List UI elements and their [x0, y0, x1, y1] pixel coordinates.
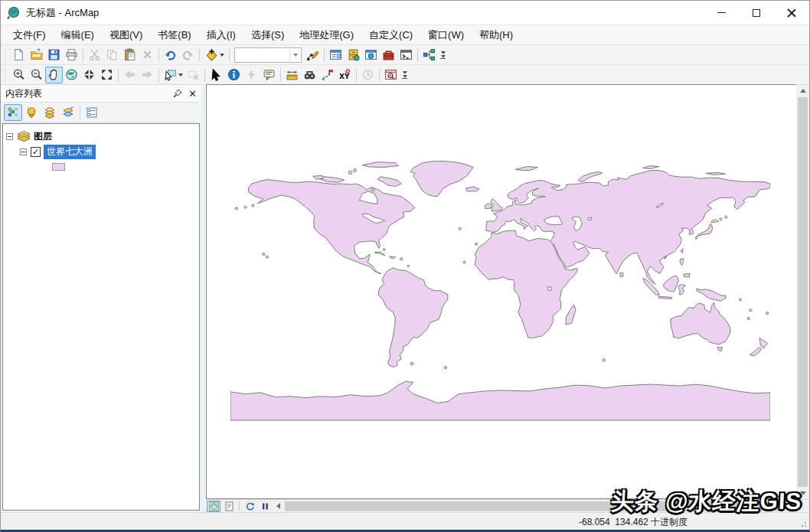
layout-view-button[interactable]: [222, 501, 236, 512]
menu-window[interactable]: 窗口(W): [420, 26, 472, 44]
print-icon[interactable]: [63, 47, 80, 64]
map-scale-combo[interactable]: [234, 47, 302, 63]
close-button[interactable]: [774, 1, 809, 24]
toc-header[interactable]: 内容列表 ✕: [1, 85, 201, 103]
toolbar-separator: [204, 68, 205, 82]
zoom-in-icon[interactable]: [10, 67, 28, 83]
menu-help[interactable]: 帮助(H): [472, 26, 521, 44]
full-extent-icon[interactable]: [63, 67, 80, 83]
paste-icon[interactable]: [121, 47, 139, 64]
map-scale-input[interactable]: [235, 49, 289, 61]
menu-insert[interactable]: 插入(I): [199, 26, 243, 44]
editor-sketch-icon[interactable]: [304, 47, 322, 64]
toolbar-grip[interactable]: [4, 49, 7, 61]
arctoolbox-window-icon[interactable]: [380, 47, 397, 64]
list-by-selection-icon[interactable]: [59, 104, 77, 121]
delete-icon[interactable]: [139, 47, 156, 64]
add-data-button[interactable]: [202, 47, 227, 64]
catalog-window-icon[interactable]: [345, 47, 362, 64]
maximize-button[interactable]: [739, 1, 774, 24]
toolbar-separator: [280, 68, 281, 82]
toolbar-separator: [239, 501, 240, 511]
toc-close-icon[interactable]: ✕: [188, 89, 197, 99]
chevron-down-icon[interactable]: [289, 48, 301, 62]
find-icon[interactable]: [301, 67, 318, 83]
menu-bookmarks[interactable]: 书签(B): [150, 26, 198, 44]
html-popup-icon[interactable]: [260, 67, 278, 83]
toc-tree: 图层 ✓ 世界七大洲: [2, 123, 200, 511]
menu-edit[interactable]: 编辑(E): [54, 26, 102, 44]
minimize-icon: [717, 12, 726, 13]
toolbar-separator: [118, 68, 119, 82]
menu-file[interactable]: 文件(F): [5, 26, 54, 44]
modelbuilder-icon[interactable]: [420, 47, 438, 64]
toolbar-grip[interactable]: [4, 69, 7, 81]
table-of-contents-window-icon[interactable]: [327, 47, 345, 64]
layer-visibility-checkbox[interactable]: ✓: [31, 147, 41, 157]
back-extent-icon[interactable]: [121, 67, 139, 83]
pin-icon[interactable]: [173, 89, 182, 98]
maximize-icon: [753, 9, 760, 17]
pan-icon[interactable]: [45, 67, 63, 83]
list-by-source-icon[interactable]: [22, 104, 41, 121]
zoom-out-icon[interactable]: [28, 67, 45, 83]
list-by-drawing-order-icon[interactable]: [4, 104, 22, 121]
menu-customize[interactable]: 自定义(C): [361, 26, 420, 44]
scroll-up-icon[interactable]: [797, 85, 808, 96]
identify-icon[interactable]: [225, 67, 243, 83]
legend-swatch[interactable]: [52, 163, 65, 171]
search-window-icon[interactable]: [362, 47, 380, 64]
toc-options-icon[interactable]: [83, 104, 101, 121]
legend-row[interactable]: [52, 159, 196, 175]
fixed-zoom-out-icon[interactable]: [98, 67, 116, 83]
toolbar-separator: [83, 48, 83, 62]
go-to-xy-icon[interactable]: XY: [336, 67, 354, 83]
resize-grip[interactable]: [798, 518, 808, 528]
collapse-icon[interactable]: [20, 149, 27, 155]
collapse-icon[interactable]: [6, 133, 13, 140]
cut-icon[interactable]: [86, 47, 103, 64]
layer-row[interactable]: ✓ 世界七大洲: [20, 144, 196, 159]
layers-root-row[interactable]: 图层: [6, 129, 196, 144]
redo-icon[interactable]: [179, 47, 197, 64]
time-slider-icon[interactable]: [359, 67, 377, 83]
menu-bar: 文件(F) 编辑(E) 视图(V) 书签(B) 插入(I) 选择(S) 地理处理…: [1, 24, 809, 44]
menu-selection[interactable]: 选择(S): [243, 26, 292, 44]
pause-drawing-button[interactable]: [258, 501, 272, 512]
minimize-button[interactable]: [704, 1, 739, 24]
measure-icon[interactable]: [283, 67, 301, 83]
select-features-icon[interactable]: [162, 67, 185, 83]
menu-view[interactable]: 视图(V): [102, 26, 150, 44]
undo-icon[interactable]: [162, 47, 179, 64]
forward-extent-icon[interactable]: [139, 67, 156, 83]
tools-toolbar: XY: [1, 64, 809, 84]
vertical-scrollbar[interactable]: [796, 84, 809, 499]
hyperlink-icon[interactable]: [243, 67, 260, 83]
layers-root-label: 图层: [34, 130, 52, 143]
menu-geoprocessing[interactable]: 地理处理(G): [292, 26, 361, 44]
fixed-zoom-in-icon[interactable]: [80, 67, 98, 83]
table-of-contents-panel: 内容列表 ✕ 图层: [1, 84, 201, 512]
layers-group-icon: [17, 131, 31, 142]
window-title: 无标题 - ArcMap: [26, 6, 99, 20]
find-route-icon[interactable]: [318, 67, 336, 83]
new-document-icon[interactable]: [10, 47, 28, 64]
toolbar-overflow-icon[interactable]: [440, 51, 446, 59]
select-elements-icon[interactable]: [207, 67, 225, 83]
chevron-down-icon: [220, 54, 224, 57]
list-by-visibility-icon[interactable]: [41, 104, 59, 121]
save-icon[interactable]: [45, 47, 63, 64]
viewer-window-icon[interactable]: [382, 67, 400, 83]
open-icon[interactable]: [28, 47, 45, 64]
copy-icon[interactable]: [103, 47, 121, 64]
toolbar-overflow-icon[interactable]: [402, 70, 407, 79]
scroll-left-icon[interactable]: [273, 501, 284, 512]
vertical-scroll-thumb[interactable]: [798, 97, 808, 487]
layer-name[interactable]: 世界七大洲: [44, 145, 96, 159]
python-window-icon[interactable]: [397, 47, 415, 64]
map-canvas[interactable]: [206, 84, 796, 499]
data-view-button[interactable]: [207, 501, 220, 512]
clear-selection-icon[interactable]: [185, 67, 202, 83]
coordinate-readout: -68.054 134.462 十进制度: [579, 516, 688, 529]
refresh-view-button[interactable]: [243, 501, 256, 512]
